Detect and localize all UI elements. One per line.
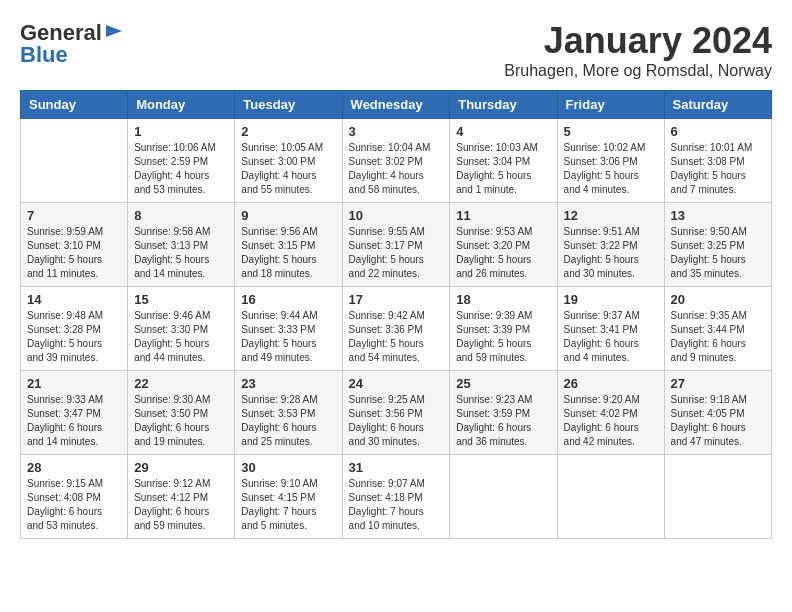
day-info: Sunrise: 9:56 AMSunset: 3:15 PMDaylight:… <box>241 225 335 281</box>
day-info: Sunrise: 9:35 AMSunset: 3:44 PMDaylight:… <box>671 309 765 365</box>
day-number: 14 <box>27 292 121 307</box>
day-info: Sunrise: 9:55 AMSunset: 3:17 PMDaylight:… <box>349 225 444 281</box>
calendar-cell: 13Sunrise: 9:50 AMSunset: 3:25 PMDayligh… <box>664 203 771 287</box>
weekday-header-saturday: Saturday <box>664 91 771 119</box>
weekday-header-monday: Monday <box>128 91 235 119</box>
calendar-cell: 12Sunrise: 9:51 AMSunset: 3:22 PMDayligh… <box>557 203 664 287</box>
day-number: 3 <box>349 124 444 139</box>
day-number: 24 <box>349 376 444 391</box>
day-info: Sunrise: 9:30 AMSunset: 3:50 PMDaylight:… <box>134 393 228 449</box>
calendar-cell: 31Sunrise: 9:07 AMSunset: 4:18 PMDayligh… <box>342 455 450 539</box>
calendar-cell: 26Sunrise: 9:20 AMSunset: 4:02 PMDayligh… <box>557 371 664 455</box>
calendar-cell <box>21 119 128 203</box>
page-header: General Blue January 2024 Bruhagen, More… <box>20 20 772 80</box>
day-number: 9 <box>241 208 335 223</box>
day-number: 20 <box>671 292 765 307</box>
calendar-cell: 10Sunrise: 9:55 AMSunset: 3:17 PMDayligh… <box>342 203 450 287</box>
day-info: Sunrise: 9:33 AMSunset: 3:47 PMDaylight:… <box>27 393 121 449</box>
month-title: January 2024 <box>504 20 772 62</box>
calendar-cell: 11Sunrise: 9:53 AMSunset: 3:20 PMDayligh… <box>450 203 557 287</box>
day-number: 13 <box>671 208 765 223</box>
day-info: Sunrise: 9:07 AMSunset: 4:18 PMDaylight:… <box>349 477 444 533</box>
day-info: Sunrise: 9:46 AMSunset: 3:30 PMDaylight:… <box>134 309 228 365</box>
day-info: Sunrise: 9:23 AMSunset: 3:59 PMDaylight:… <box>456 393 550 449</box>
calendar-cell: 6Sunrise: 10:01 AMSunset: 3:08 PMDayligh… <box>664 119 771 203</box>
day-info: Sunrise: 9:18 AMSunset: 4:05 PMDaylight:… <box>671 393 765 449</box>
day-number: 7 <box>27 208 121 223</box>
day-info: Sunrise: 9:42 AMSunset: 3:36 PMDaylight:… <box>349 309 444 365</box>
day-info: Sunrise: 10:02 AMSunset: 3:06 PMDaylight… <box>564 141 658 197</box>
weekday-header-tuesday: Tuesday <box>235 91 342 119</box>
day-info: Sunrise: 9:25 AMSunset: 3:56 PMDaylight:… <box>349 393 444 449</box>
calendar-cell: 9Sunrise: 9:56 AMSunset: 3:15 PMDaylight… <box>235 203 342 287</box>
title-section: January 2024 Bruhagen, More og Romsdal, … <box>504 20 772 80</box>
day-number: 19 <box>564 292 658 307</box>
day-number: 1 <box>134 124 228 139</box>
day-number: 5 <box>564 124 658 139</box>
location-text: Bruhagen, More og Romsdal, Norway <box>504 62 772 80</box>
calendar-cell: 24Sunrise: 9:25 AMSunset: 3:56 PMDayligh… <box>342 371 450 455</box>
day-number: 4 <box>456 124 550 139</box>
calendar-cell: 1Sunrise: 10:06 AMSunset: 2:59 PMDayligh… <box>128 119 235 203</box>
calendar-cell: 14Sunrise: 9:48 AMSunset: 3:28 PMDayligh… <box>21 287 128 371</box>
day-info: Sunrise: 10:01 AMSunset: 3:08 PMDaylight… <box>671 141 765 197</box>
day-number: 30 <box>241 460 335 475</box>
day-info: Sunrise: 9:50 AMSunset: 3:25 PMDaylight:… <box>671 225 765 281</box>
calendar-cell: 8Sunrise: 9:58 AMSunset: 3:13 PMDaylight… <box>128 203 235 287</box>
day-info: Sunrise: 9:48 AMSunset: 3:28 PMDaylight:… <box>27 309 121 365</box>
calendar-cell: 29Sunrise: 9:12 AMSunset: 4:12 PMDayligh… <box>128 455 235 539</box>
weekday-header-friday: Friday <box>557 91 664 119</box>
day-number: 25 <box>456 376 550 391</box>
svg-marker-0 <box>106 25 122 37</box>
day-number: 27 <box>671 376 765 391</box>
calendar-week-row: 21Sunrise: 9:33 AMSunset: 3:47 PMDayligh… <box>21 371 772 455</box>
calendar-cell: 18Sunrise: 9:39 AMSunset: 3:39 PMDayligh… <box>450 287 557 371</box>
day-info: Sunrise: 10:06 AMSunset: 2:59 PMDaylight… <box>134 141 228 197</box>
calendar-week-row: 28Sunrise: 9:15 AMSunset: 4:08 PMDayligh… <box>21 455 772 539</box>
day-number: 6 <box>671 124 765 139</box>
day-info: Sunrise: 9:15 AMSunset: 4:08 PMDaylight:… <box>27 477 121 533</box>
day-info: Sunrise: 9:39 AMSunset: 3:39 PMDaylight:… <box>456 309 550 365</box>
calendar-cell: 19Sunrise: 9:37 AMSunset: 3:41 PMDayligh… <box>557 287 664 371</box>
day-info: Sunrise: 9:51 AMSunset: 3:22 PMDaylight:… <box>564 225 658 281</box>
logo: General Blue <box>20 20 124 68</box>
day-number: 8 <box>134 208 228 223</box>
weekday-header-row: SundayMondayTuesdayWednesdayThursdayFrid… <box>21 91 772 119</box>
calendar-cell: 28Sunrise: 9:15 AMSunset: 4:08 PMDayligh… <box>21 455 128 539</box>
day-number: 15 <box>134 292 228 307</box>
calendar-cell <box>450 455 557 539</box>
calendar-week-row: 1Sunrise: 10:06 AMSunset: 2:59 PMDayligh… <box>21 119 772 203</box>
calendar-cell: 23Sunrise: 9:28 AMSunset: 3:53 PMDayligh… <box>235 371 342 455</box>
day-info: Sunrise: 9:44 AMSunset: 3:33 PMDaylight:… <box>241 309 335 365</box>
day-number: 10 <box>349 208 444 223</box>
day-number: 29 <box>134 460 228 475</box>
calendar-table: SundayMondayTuesdayWednesdayThursdayFrid… <box>20 90 772 539</box>
day-info: Sunrise: 9:53 AMSunset: 3:20 PMDaylight:… <box>456 225 550 281</box>
day-number: 17 <box>349 292 444 307</box>
day-number: 23 <box>241 376 335 391</box>
calendar-cell <box>664 455 771 539</box>
weekday-header-wednesday: Wednesday <box>342 91 450 119</box>
weekday-header-sunday: Sunday <box>21 91 128 119</box>
day-info: Sunrise: 9:28 AMSunset: 3:53 PMDaylight:… <box>241 393 335 449</box>
calendar-cell: 30Sunrise: 9:10 AMSunset: 4:15 PMDayligh… <box>235 455 342 539</box>
day-info: Sunrise: 9:59 AMSunset: 3:10 PMDaylight:… <box>27 225 121 281</box>
day-number: 21 <box>27 376 121 391</box>
calendar-cell: 16Sunrise: 9:44 AMSunset: 3:33 PMDayligh… <box>235 287 342 371</box>
calendar-cell: 15Sunrise: 9:46 AMSunset: 3:30 PMDayligh… <box>128 287 235 371</box>
calendar-cell <box>557 455 664 539</box>
day-number: 2 <box>241 124 335 139</box>
calendar-cell: 3Sunrise: 10:04 AMSunset: 3:02 PMDayligh… <box>342 119 450 203</box>
calendar-week-row: 7Sunrise: 9:59 AMSunset: 3:10 PMDaylight… <box>21 203 772 287</box>
calendar-week-row: 14Sunrise: 9:48 AMSunset: 3:28 PMDayligh… <box>21 287 772 371</box>
calendar-cell: 20Sunrise: 9:35 AMSunset: 3:44 PMDayligh… <box>664 287 771 371</box>
day-info: Sunrise: 9:37 AMSunset: 3:41 PMDaylight:… <box>564 309 658 365</box>
calendar-cell: 21Sunrise: 9:33 AMSunset: 3:47 PMDayligh… <box>21 371 128 455</box>
day-info: Sunrise: 9:58 AMSunset: 3:13 PMDaylight:… <box>134 225 228 281</box>
logo-flag-icon <box>104 23 124 43</box>
day-info: Sunrise: 10:03 AMSunset: 3:04 PMDaylight… <box>456 141 550 197</box>
day-info: Sunrise: 10:04 AMSunset: 3:02 PMDaylight… <box>349 141 444 197</box>
calendar-cell: 7Sunrise: 9:59 AMSunset: 3:10 PMDaylight… <box>21 203 128 287</box>
calendar-cell: 2Sunrise: 10:05 AMSunset: 3:00 PMDayligh… <box>235 119 342 203</box>
day-number: 18 <box>456 292 550 307</box>
